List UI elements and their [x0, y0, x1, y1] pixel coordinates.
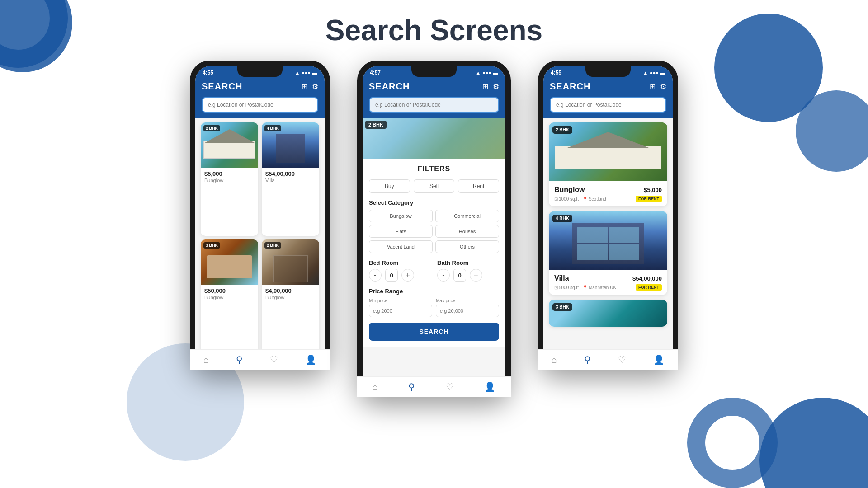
- listing-price-1: $5,000: [644, 187, 662, 193]
- search-title-middle: SEARCH: [369, 81, 410, 92]
- search-header-right: SEARCH ⊞ ⚙: [543, 78, 673, 97]
- filter-cat-flats[interactable]: Flats: [369, 225, 433, 238]
- listing-price-2: $54,00,000: [632, 275, 662, 282]
- nav-home-right[interactable]: ⌂: [552, 355, 557, 365]
- bathroom-group: Bath Room - 0 +: [437, 259, 499, 282]
- nav-user-middle[interactable]: 👤: [484, 381, 495, 391]
- filter-cat-commercial[interactable]: Commercial: [435, 210, 499, 222]
- filter-icon-left[interactable]: ⚙: [312, 82, 318, 91]
- nav-user-right[interactable]: 👤: [653, 354, 665, 364]
- nav-heart-middle[interactable]: ♡: [446, 381, 454, 391]
- sqft-icon-1: ⊡: [554, 197, 558, 202]
- filter-btn-sell[interactable]: Sell: [414, 179, 455, 193]
- bottom-nav-middle: ⌂ ⚲ ♡ 👤: [363, 376, 505, 391]
- listing-name-2: Villa: [554, 274, 569, 282]
- grid-icon-left[interactable]: ⊞: [302, 82, 307, 91]
- bottom-nav-left: ⌂ ⚲ ♡ 👤: [195, 349, 325, 364]
- window-4: [609, 244, 639, 261]
- filter-cat-bungalow[interactable]: Bungalow: [369, 210, 433, 222]
- listing-card-1[interactable]: 2 BHK Bunglow $5,000 ⊡ 1000 sq.ft: [549, 122, 667, 206]
- listing-card-2[interactable]: 4 BHK Villa $54,00,000 ⊡ 5000 sq.ft: [549, 211, 667, 295]
- listing-name-1: Bunglow: [554, 186, 585, 194]
- roof-r1: [549, 132, 667, 148]
- property-card-3[interactable]: 3 BHK $50,000 Bunglow: [201, 239, 258, 353]
- villa-windows-r2: [575, 225, 642, 263]
- bedroom-plus-btn[interactable]: +: [401, 269, 414, 282]
- bathroom-value: 0: [453, 269, 466, 282]
- max-price-input[interactable]: [436, 305, 499, 317]
- property-card-2[interactable]: 4 BHK $54,00,000 Villa: [262, 122, 319, 236]
- phone-left: 4:55 ▲ ●●● ▬ SEARCH ⊞ ⚙: [190, 61, 330, 370]
- search-header-middle: SEARCH ⊞ ⚙: [363, 78, 505, 97]
- wifi-icon-middle: ▲: [476, 70, 481, 75]
- filter-btn-buy[interactable]: Buy: [369, 179, 410, 193]
- listing-location-1: 📍 Scotland: [582, 197, 606, 202]
- roof-triangle-r1: [567, 132, 649, 148]
- search-input-wrap-left: [195, 97, 325, 118]
- nav-heart-right[interactable]: ♡: [618, 354, 626, 364]
- filter-btn-rent[interactable]: Rent: [458, 179, 499, 193]
- nav-heart-left[interactable]: ♡: [270, 354, 278, 364]
- bedroom-stepper: - 0 +: [369, 269, 431, 282]
- bathroom-plus-btn[interactable]: +: [470, 269, 482, 282]
- card-img-3: 3 BHK: [201, 239, 258, 285]
- nav-user-left[interactable]: 👤: [305, 354, 316, 364]
- nav-search-right[interactable]: ⚲: [584, 354, 591, 364]
- max-price-label: Max price: [436, 298, 499, 303]
- card-price-1: $5,000: [204, 170, 255, 177]
- filter-search-btn[interactable]: SEARCH: [369, 323, 499, 341]
- card-price-2: $54,00,000: [265, 170, 316, 177]
- grid-icon-middle[interactable]: ⊞: [482, 82, 488, 91]
- bhk-badge-1: 2 BHK: [203, 125, 220, 131]
- phone-notch-left: [237, 66, 283, 77]
- filter-preview: 2 BHK: [363, 118, 505, 159]
- search-input-left[interactable]: [202, 97, 318, 113]
- nav-search-middle[interactable]: ⚲: [408, 381, 415, 391]
- status-time-right: 4:55: [551, 70, 561, 76]
- battery-icon-middle: ▬: [493, 70, 498, 75]
- filter-cat-others[interactable]: Others: [435, 240, 499, 253]
- search-input-middle[interactable]: [369, 97, 499, 113]
- bedroom-group: Bed Room - 0 +: [369, 259, 431, 282]
- phone-notch-middle: [411, 66, 457, 77]
- villa-building-1: [276, 134, 305, 163]
- bathroom-minus-btn[interactable]: -: [437, 269, 450, 282]
- window-2: [609, 227, 639, 243]
- nav-search-left[interactable]: ⚲: [236, 354, 243, 364]
- search-input-right[interactable]: [550, 97, 666, 113]
- status-time-middle: 4:57: [370, 70, 381, 76]
- listing-img-1: 2 BHK: [549, 122, 667, 181]
- bhk-badge-2: 4 BHK: [264, 125, 281, 131]
- nav-home-middle[interactable]: ⌂: [373, 382, 378, 392]
- window-3: [577, 244, 608, 261]
- listing-bhk-2: 4 BHK: [552, 215, 572, 222]
- listing-cards: 2 BHK Bunglow $5,000 ⊡ 1000 sq.ft: [543, 118, 673, 357]
- location-icon-2: 📍: [582, 285, 588, 290]
- filter-type-row: Buy Sell Rent: [369, 179, 499, 193]
- phones-container: 4:55 ▲ ●●● ▬ SEARCH ⊞ ⚙: [0, 61, 868, 397]
- card-type-3: Bunglow: [204, 295, 255, 300]
- nav-home-left[interactable]: ⌂: [203, 355, 209, 365]
- filter-cat-houses[interactable]: Houses: [435, 225, 499, 238]
- property-card-4[interactable]: 2 BHK $4,00,000 Bunglow: [262, 239, 319, 353]
- card-type-1: Bunglow: [204, 178, 255, 183]
- filter-icon-right[interactable]: ⚙: [660, 82, 666, 91]
- min-price-input[interactable]: [369, 305, 432, 317]
- filter-title: FILTERS: [369, 165, 499, 173]
- house-body-r1: [555, 146, 661, 169]
- cards-grid-left: 2 BHK $5,000 Bunglow 4 BHK: [195, 118, 325, 357]
- property-card-1[interactable]: 2 BHK $5,000 Bunglow: [201, 122, 258, 236]
- phone-screen-right: 4:55 ▲ ●●● ▬ SEARCH ⊞ ⚙: [543, 66, 673, 364]
- card-info-1: $5,000 Bunglow: [201, 168, 258, 186]
- filter-rooms-row: Bed Room - 0 + Bath Room - 0 +: [369, 259, 499, 282]
- filter-cat-vacent-land[interactable]: Vacent Land: [369, 240, 433, 253]
- filter-icon-middle[interactable]: ⚙: [493, 82, 499, 91]
- grid-icon-right[interactable]: ⊞: [650, 82, 656, 91]
- listing-card-3[interactable]: 3 BHK: [549, 300, 667, 327]
- status-icons-left: ▲ ●●● ▬: [295, 70, 317, 75]
- location-icon-1: 📍: [582, 197, 588, 202]
- status-icons-right: ▲ ●●● ▬: [643, 70, 665, 75]
- min-price-label: Min price: [369, 298, 432, 303]
- search-input-wrap-middle: [363, 97, 505, 118]
- bedroom-minus-btn[interactable]: -: [369, 269, 382, 282]
